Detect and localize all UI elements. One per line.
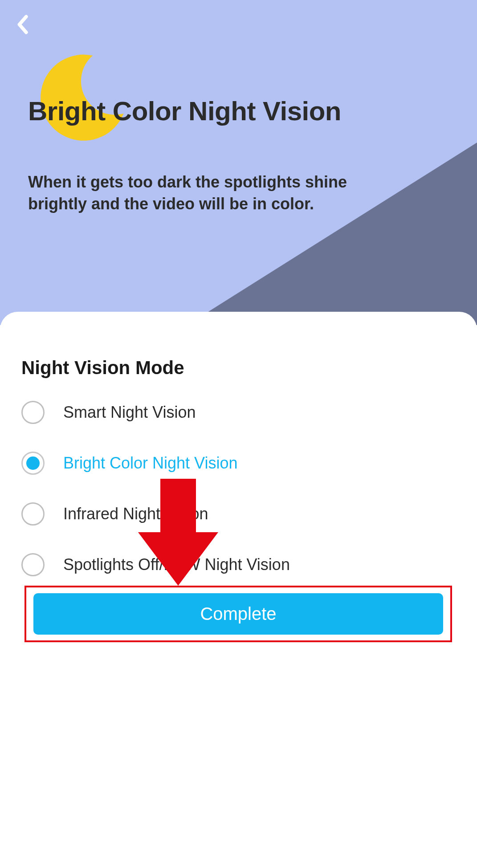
radio-icon [21,452,45,475]
radio-icon [21,502,45,526]
option-infrared-night-vision[interactable]: Infrared Night Vision [21,501,208,526]
back-button[interactable] [9,11,36,38]
hero-shadow [0,0,477,325]
annotation-highlight: Complete [24,586,452,642]
complete-button[interactable]: Complete [33,593,443,635]
radio-icon [21,553,45,576]
svg-marker-0 [187,143,477,325]
page-title: Bright Color Night Vision [28,96,341,126]
option-label: Infrared Night Vision [63,505,208,523]
moon-icon [35,48,128,142]
option-label: Bright Color Night Vision [63,454,238,473]
option-smart-night-vision[interactable]: Smart Night Vision [21,400,196,425]
hero-area: Bright Color Night Vision When it gets t… [0,0,477,325]
sheet-title: Night Vision Mode [21,357,184,379]
option-label: Smart Night Vision [63,403,196,422]
chevron-left-icon [15,15,30,34]
option-label: Spotlights Off/B&W Night Vision [63,555,290,574]
option-bright-color-night-vision[interactable]: Bright Color Night Vision [21,451,238,476]
page-description: When it gets too dark the spotlights shi… [28,171,367,215]
option-spotlights-off-bw-night-vision[interactable]: Spotlights Off/B&W Night Vision [21,552,290,577]
radio-icon [21,401,45,424]
